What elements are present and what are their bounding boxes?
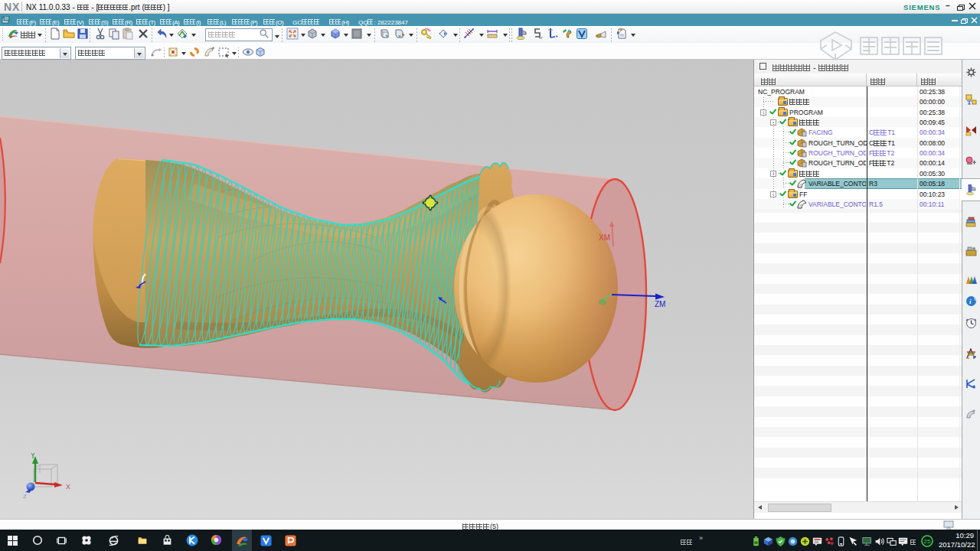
svg-text:25: 25 xyxy=(924,538,931,545)
svg-text:XM: XM xyxy=(599,233,610,242)
svg-text:X: X xyxy=(66,483,70,491)
svg-text:Z: Z xyxy=(23,493,27,500)
svg-text:ZM: ZM xyxy=(655,300,665,308)
